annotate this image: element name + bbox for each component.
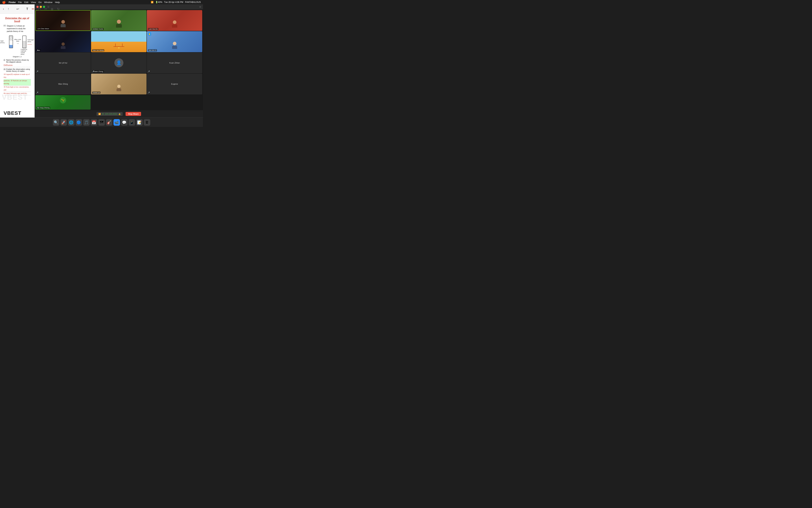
name-hon-jun-wong: Hon Jun Wong <box>92 49 104 51</box>
handwriting-title: Determine the age of fossil <box>4 16 31 23</box>
dock-skype[interactable]: 📱 <box>129 119 135 126</box>
after-days-label: After a few days <box>14 39 21 42</box>
stop-share-button[interactable]: Stop Share <box>126 112 141 116</box>
sulphate-label: sulphate <box>21 50 25 52</box>
tile-sim-xin-ci: ✋ Sim Xin Ci <box>147 31 202 52</box>
diagram-container: Solid agar (colourless) After a few days… <box>4 36 31 57</box>
name-lee-yit-hui: lee yit hui <box>59 62 67 64</box>
colourless-label: (colourless) <box>0 42 8 44</box>
extra-row: 🦖 🎤 Jia Yang Cheong <box>35 95 203 110</box>
meeting-id-text: ID: 223-223-0322 <box>102 113 117 115</box>
name-sim-xin-ci: Sim Xin Ci <box>148 49 157 51</box>
solid-agar-label: Solid agar <box>0 40 8 42</box>
dock-finder[interactable]: 🔍 <box>53 119 59 126</box>
text-tool[interactable]: T <box>26 7 28 11</box>
clock: Tue 28 Apr 4:06 PM <box>164 1 183 3</box>
name-wan-shing: Wan Shing <box>58 83 68 85</box>
question-ii-text: Explain the observation using kinetic th… <box>6 68 31 72</box>
username: FANTABULOUS <box>185 1 201 3</box>
tile-kuan-zihan: Kuan ZiHan 🎤 <box>147 52 202 73</box>
lasso-tool[interactable]: ✂ <box>44 7 47 11</box>
menu-window[interactable]: Window <box>44 1 52 4</box>
question-c-label: (c) <box>4 25 6 27</box>
participant-grid: Lim Chen Woon KHING YUAN Lam Hou Ee <box>35 9 203 95</box>
menu-edit[interactable]: Edit <box>25 1 28 4</box>
answer-ii-2: particles. ② Particles are always moving <box>4 79 31 86</box>
question-ii-label: (ii) <box>4 68 6 70</box>
name-lam-hou-ee: Lam Hou Ee <box>148 28 158 30</box>
tile-ben: 🎤 Ben <box>35 31 91 52</box>
tile-eugene: Eugene 🎤 <box>147 74 202 94</box>
wifi-icon: 📶 <box>151 1 153 3</box>
pencil-tool[interactable]: ✏ <box>32 7 35 11</box>
active-app-name[interactable]: Finder <box>9 1 16 4</box>
meeting-wifi-icon: 📶 <box>98 113 101 115</box>
dock: 🔍 🚀 🌐 🔵 🎵 📅 🗺 🎸 📹 💬 📱 📝 🗑 <box>0 118 203 127</box>
doc-content: Determine the age of fossil (c) Diagram … <box>0 14 35 118</box>
answer-ii-4: the space between agar particles. <box>4 92 31 95</box>
doc-window: ‹ ↑ ↩ T ✏ ◻ ✂ ⊕ ↻ Determine the age of f… <box>0 4 35 118</box>
dock-maps[interactable]: 🗺 <box>98 119 105 126</box>
diagram-caption: Diagram 1.2 <box>13 56 21 57</box>
handwriting-body: ①Copper(II) sulphate is made up of tiny … <box>4 73 31 95</box>
back-button[interactable]: ‹ <box>3 7 4 11</box>
question-i-text: Name the process shown by the diagram ab… <box>6 59 31 63</box>
avatar-shawn: 👤 <box>114 58 124 67</box>
name-lim-chen-woon: Lim Chen Woon <box>37 28 50 30</box>
dock-calendar[interactable]: 📅 <box>91 119 97 126</box>
dock-arc[interactable]: 🌐 <box>68 119 75 126</box>
name-eugene: Eugene <box>171 83 178 85</box>
mic-muted-lee: 🎤 <box>36 71 38 73</box>
dock-chrome[interactable]: 🔵 <box>76 119 82 126</box>
fullscreen-button[interactable] <box>47 6 49 8</box>
dock-trash[interactable]: 🗑 <box>144 119 150 126</box>
zoom-window: ⊞ Lim Chen Woon KHING YUAN <box>35 4 203 118</box>
tile-shawn-chong: 👤 Shawn Chong 🎤 <box>91 52 146 73</box>
answer-ii-1: ①Copper(II) sulphate is made up of tiny <box>4 73 31 79</box>
dock-itunes[interactable]: 🎸 <box>106 119 112 126</box>
tube-after <box>22 36 26 48</box>
solid-agar-right-label: Solid agar <box>28 39 35 41</box>
status-bar: 📶 ID: 223-223-0322 🔒 Stop Share <box>35 110 203 118</box>
tube-before <box>9 36 13 48</box>
mic-muted-kuan: 🎤 <box>148 71 150 73</box>
name-jia-yang: Jia Yang Cheong <box>37 107 50 109</box>
eraser-tool[interactable]: ◻ <box>38 7 41 11</box>
undo-button[interactable]: ↩ <box>16 7 19 11</box>
menu-view[interactable]: View <box>31 1 36 4</box>
apple-menu[interactable]: 🍎 <box>2 1 6 4</box>
tile-lim-chen-woon: Lim Chen Woon <box>35 10 91 31</box>
dock-word[interactable]: 📝 <box>136 119 143 126</box>
mic-muted-wan: 🎤 <box>36 92 38 94</box>
mic-muted-shawn: 🎤 <box>92 71 94 73</box>
lock-icon: 🔒 <box>118 113 121 115</box>
dock-whatsapp[interactable]: 💬 <box>121 119 128 126</box>
dock-spotify[interactable]: 🎵 <box>83 119 90 126</box>
tile-lam-hou-ee: Lam Hou Ee <box>147 10 202 31</box>
meeting-id-badge: 📶 ID: 223-223-0322 🔒 <box>97 112 123 116</box>
name-kuan-zihan: Kuan ZiHan <box>169 62 180 64</box>
crystal-label: crystal <box>21 52 25 53</box>
menubar-right: 📶 🔋40% Tue 28 Apr 4:06 PM FANTABULOUS <box>151 1 201 3</box>
rotate-tool[interactable]: ↻ <box>57 7 60 11</box>
menubar: 🍎 Finder File Edit View Go Window Help 📶… <box>0 0 203 4</box>
tile-annie-lai: 🎤 Annie Lai <box>91 74 146 94</box>
share-button[interactable]: ↑ <box>8 7 9 11</box>
handwriting-answer-i: Diffusion <box>4 64 31 67</box>
menu-go[interactable]: Go <box>38 1 42 4</box>
tile-khing-yuan: KHING YUAN <box>91 10 146 31</box>
tile-hon-jun-wong: 🎤 Hon Jun Wong <box>91 31 146 52</box>
dock-launchpad[interactable]: 🚀 <box>60 119 67 126</box>
battery-display: 🔋40% <box>155 1 162 3</box>
dock-zoom[interactable]: 📹 <box>113 119 120 126</box>
menu-file[interactable]: File <box>18 1 22 4</box>
menubar-items: File Edit View Go Window Help <box>18 1 60 4</box>
name-ben: Ben <box>37 49 41 51</box>
name-khing-yuan: KHING YUAN <box>92 28 104 30</box>
menu-help[interactable]: Help <box>55 1 60 4</box>
add-tool[interactable]: ⊕ <box>51 7 53 11</box>
grid-view-icon[interactable]: ⊞ <box>199 6 201 8</box>
blue-crystal-label: (blue) <box>21 53 25 55</box>
question-c-text: Diagram 1.2 shows an experiment to study… <box>7 25 31 33</box>
name-annie-lai: Annie Lai <box>92 91 100 94</box>
